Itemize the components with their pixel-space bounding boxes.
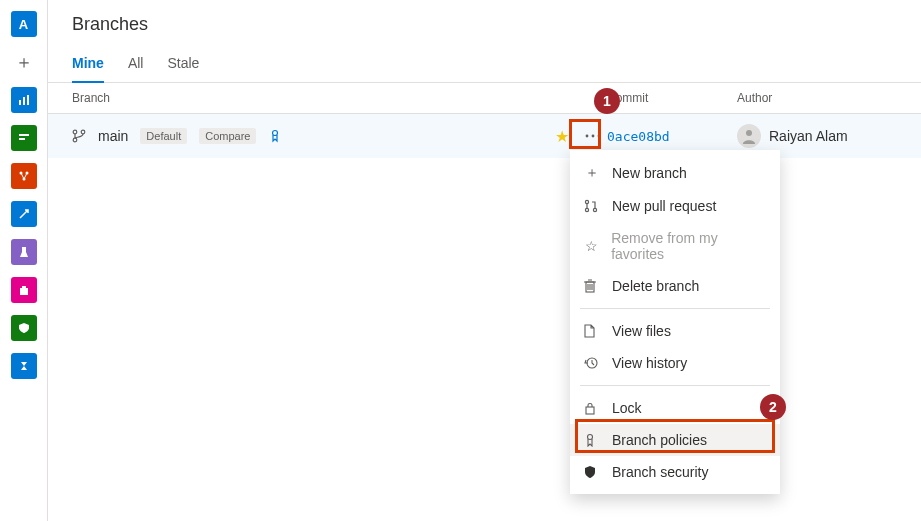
hourglass-icon bbox=[11, 353, 37, 379]
policy-badge-icon bbox=[268, 129, 282, 143]
plus-icon: ＋ bbox=[15, 50, 33, 74]
svg-point-21 bbox=[273, 131, 278, 136]
overview-icon bbox=[11, 87, 37, 113]
branch-name: main bbox=[98, 128, 128, 144]
col-branch-header: Branch bbox=[72, 91, 607, 105]
rail-repos[interactable] bbox=[8, 160, 40, 192]
author-cell: Raiyan Alam bbox=[737, 124, 897, 148]
menu-separator bbox=[580, 308, 770, 309]
testplans-icon bbox=[11, 239, 37, 265]
rail-hourglass[interactable] bbox=[8, 350, 40, 382]
policy-icon bbox=[584, 433, 600, 447]
svg-rect-14 bbox=[20, 288, 28, 295]
file-icon bbox=[584, 324, 600, 338]
branch-context-menu: ＋New branch New pull request ☆Remove fro… bbox=[570, 150, 780, 494]
rail-boards[interactable] bbox=[8, 122, 40, 154]
menu-view-history[interactable]: View history bbox=[570, 347, 780, 379]
svg-rect-5 bbox=[19, 134, 29, 136]
person-icon bbox=[741, 128, 757, 144]
main-content: Branches Mine All Stale Branch Commit Au… bbox=[48, 0, 921, 521]
svg-point-32 bbox=[588, 435, 593, 440]
plus-icon: ＋ bbox=[584, 164, 600, 182]
svg-point-22 bbox=[586, 135, 589, 138]
pull-request-icon bbox=[584, 199, 600, 213]
svg-point-24 bbox=[598, 135, 601, 138]
more-actions-button[interactable] bbox=[579, 122, 607, 150]
trash-icon bbox=[584, 279, 600, 293]
lock-icon bbox=[584, 401, 600, 415]
menu-separator bbox=[580, 385, 770, 386]
page-title: Branches bbox=[72, 14, 897, 35]
shield-icon bbox=[584, 465, 600, 479]
menu-new-branch[interactable]: ＋New branch bbox=[570, 156, 780, 190]
svg-point-28 bbox=[593, 208, 596, 211]
callout-number-2: 2 bbox=[760, 394, 786, 420]
callout-number-1: 1 bbox=[594, 88, 620, 114]
svg-rect-6 bbox=[19, 138, 25, 140]
svg-point-26 bbox=[585, 200, 588, 203]
menu-view-files[interactable]: View files bbox=[570, 315, 780, 347]
favorite-star-icon[interactable]: ★ bbox=[555, 127, 569, 146]
svg-rect-15 bbox=[22, 286, 26, 289]
col-commit-header: Commit bbox=[607, 91, 737, 105]
svg-point-19 bbox=[81, 130, 85, 134]
tab-stale[interactable]: Stale bbox=[167, 49, 199, 82]
pipelines-icon bbox=[11, 201, 37, 227]
compare-badge: Compare bbox=[199, 128, 256, 144]
commit-link[interactable]: 0ace08bd bbox=[607, 129, 737, 144]
rail-testplans[interactable] bbox=[8, 236, 40, 268]
repos-icon bbox=[11, 163, 37, 189]
rail-pipelines[interactable] bbox=[8, 198, 40, 230]
svg-rect-17 bbox=[17, 359, 31, 373]
rail-compliance[interactable] bbox=[8, 312, 40, 344]
branch-cell: main Default Compare bbox=[72, 128, 555, 144]
history-icon bbox=[584, 356, 600, 370]
svg-rect-3 bbox=[27, 95, 29, 105]
tabs-bar: Mine All Stale bbox=[48, 49, 921, 83]
branch-icon bbox=[72, 129, 86, 143]
author-avatar bbox=[737, 124, 761, 148]
artifacts-icon bbox=[11, 277, 37, 303]
page-header: Branches bbox=[48, 0, 921, 35]
svg-rect-1 bbox=[19, 100, 21, 105]
rail-add[interactable]: ＋ bbox=[8, 46, 40, 78]
svg-point-18 bbox=[73, 130, 77, 134]
nav-rail: A ＋ bbox=[0, 0, 48, 521]
tab-all[interactable]: All bbox=[128, 49, 144, 82]
boards-icon bbox=[11, 125, 37, 151]
col-author-header: Author bbox=[737, 91, 897, 105]
default-badge: Default bbox=[140, 128, 187, 144]
author-name: Raiyan Alam bbox=[769, 128, 848, 144]
menu-delete-branch[interactable]: Delete branch bbox=[570, 270, 780, 302]
menu-branch-security[interactable]: Branch security bbox=[570, 456, 780, 488]
svg-point-23 bbox=[592, 135, 595, 138]
menu-branch-policies[interactable]: Branch policies bbox=[570, 424, 780, 456]
star-outline-icon: ☆ bbox=[584, 238, 599, 254]
svg-rect-2 bbox=[23, 97, 25, 105]
svg-rect-7 bbox=[17, 169, 31, 183]
tab-mine[interactable]: Mine bbox=[72, 49, 104, 83]
column-headers: Branch Commit Author bbox=[48, 83, 921, 114]
ellipsis-icon bbox=[585, 134, 601, 138]
menu-new-pr[interactable]: New pull request bbox=[570, 190, 780, 222]
rail-avatar[interactable]: A bbox=[8, 8, 40, 40]
menu-remove-favorite: ☆Remove from my favorites bbox=[570, 222, 780, 270]
svg-rect-31 bbox=[586, 407, 594, 414]
compliance-icon bbox=[11, 315, 37, 341]
svg-point-27 bbox=[585, 208, 588, 211]
avatar-square: A bbox=[11, 11, 37, 37]
svg-point-25 bbox=[746, 130, 752, 136]
rail-artifacts[interactable] bbox=[8, 274, 40, 306]
svg-point-20 bbox=[73, 138, 77, 142]
branch-row[interactable]: main Default Compare ★ 0ace08bd Raiyan A… bbox=[48, 114, 921, 158]
menu-lock[interactable]: Lock bbox=[570, 392, 780, 424]
rail-overview[interactable] bbox=[8, 84, 40, 116]
